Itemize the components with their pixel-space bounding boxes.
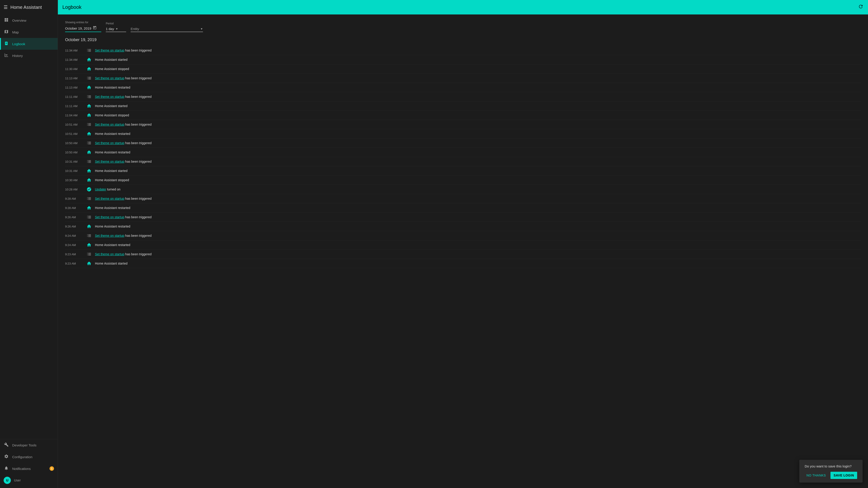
sidebar-item-notifications[interactable]: Notifications 1 [0,463,58,475]
ha-icon [86,112,92,119]
log-entry: 11:11 AMSet theme on startup has been tr… [65,92,861,101]
sidebar-nav: Overview Map Logbook [0,14,58,439]
log-time: 11:13 AM [65,86,83,89]
log-time: 11:30 AM [65,67,83,71]
log-entry: 9:28 AMSet theme on startup has been tri… [65,194,861,203]
log-message: Home Assistant started [95,104,127,108]
ha-icon [86,205,92,211]
app-title: Home Assistant [10,5,42,10]
sidebar: ☰ Home Assistant Overview Map [0,0,58,488]
log-time: 10:31 AM [65,169,83,173]
grid-icon [4,18,9,23]
menu-icon[interactable]: ☰ [4,4,8,10]
refresh-icon[interactable] [858,4,864,11]
ha-icon [86,223,92,230]
log-link[interactable]: Set theme on startup [95,215,124,219]
log-message: Set theme on startup has been triggered [95,234,152,237]
calendar-icon [93,26,97,31]
log-time: 10:51 AM [65,123,83,126]
log-message: Set theme on startup has been triggered [95,252,152,256]
log-entry: 9:26 AMSet theme on startup has been tri… [65,213,861,222]
log-entry: 11:11 AMHome Assistant started [65,101,861,111]
log-message: Set theme on startup has been triggered [95,141,152,145]
log-link[interactable]: Set theme on startup [95,197,124,200]
log-link[interactable]: Updater [95,188,106,191]
automation-icon [86,121,92,128]
log-link[interactable]: Set theme on startup [95,48,124,52]
log-message: Set theme on startup has been triggered [95,95,152,98]
log-list: 11:34 AMSet theme on startup has been tr… [65,46,861,268]
log-link[interactable]: Set theme on startup [95,123,124,126]
gear-icon [4,454,9,460]
save-login-popup: Do you want to save this login? NO THANK… [799,460,863,483]
log-time: 10:50 AM [65,141,83,145]
log-time: 9:28 AM [65,197,83,200]
sidebar-item-label-history: History [12,54,23,58]
automation-icon [86,47,92,54]
ha-icon [86,103,92,109]
log-time: 10:50 AM [65,151,83,154]
log-message: Home Assistant started [95,58,127,61]
automation-icon [86,94,92,100]
log-entry: 9:23 AMHome Assistant started [65,259,861,268]
log-message: Home Assistant restarted [95,151,130,154]
log-time: 9:28 AM [65,206,83,210]
date-heading: October 19, 2019 [65,37,861,42]
log-time: 11:11 AM [65,104,83,108]
sidebar-item-developer-tools[interactable]: Developer Tools [0,439,58,451]
period-value: 1 day [106,27,114,31]
log-entry: 11:13 AMHome Assistant restarted [65,83,861,92]
log-link[interactable]: Set theme on startup [95,160,124,163]
entity-select[interactable]: Entity ▼ [131,26,203,32]
no-thanks-button[interactable]: NO THANKS [805,472,828,479]
ha-icon [86,131,92,137]
log-time: 10:51 AM [65,132,83,135]
ha-icon [86,84,92,91]
automation-icon [86,140,92,146]
log-entry: 9:26 AMHome Assistant restarted [65,222,861,231]
log-link[interactable]: Set theme on startup [95,76,124,80]
main-content: Logbook Showing entries for October 19, … [58,0,868,488]
ha-icon [86,66,92,72]
log-message: Home Assistant restarted [95,243,130,247]
log-link[interactable]: Set theme on startup [95,252,124,256]
date-value: October 19, 2019 [65,26,91,30]
date-picker[interactable]: October 19, 2019 [65,25,101,32]
period-select[interactable]: 1 day ▼ [106,26,126,32]
log-time: 9:26 AM [65,225,83,228]
ha-icon [86,242,92,248]
log-link[interactable]: Set theme on startup [95,141,124,145]
sidebar-item-overview[interactable]: Overview [0,14,58,26]
entity-dropdown-icon: ▼ [200,27,203,31]
log-time: 9:24 AM [65,234,83,237]
sidebar-item-configuration[interactable]: Configuration [0,451,58,463]
sidebar-item-history[interactable]: History [0,50,58,61]
notification-badge: 1 [50,466,54,471]
sidebar-item-user[interactable]: U User [0,475,58,486]
sidebar-item-label-user: User [14,479,21,482]
save-login-button[interactable]: SAVE LOGIN [831,472,857,479]
sidebar-item-logbook[interactable]: Logbook [0,38,58,50]
log-message: Set theme on startup has been triggered [95,215,152,219]
sidebar-bottom: Developer Tools Configuration Notificati… [0,439,58,488]
log-message: Home Assistant started [95,169,127,173]
log-message: Home Assistant restarted [95,206,130,210]
sidebar-item-map[interactable]: Map [0,26,58,38]
log-entry: 10:31 AMHome Assistant started [65,166,861,175]
filter-bar: Showing entries for October 19, 2019 Per… [65,21,861,32]
log-entry: 11:34 AMSet theme on startup has been tr… [65,46,861,55]
log-entry: 10:51 AMHome Assistant restarted [65,129,861,138]
sidebar-header: ☰ Home Assistant [0,0,58,14]
wrench-icon [4,442,9,448]
log-entry: 9:24 AMSet theme on startup has been tri… [65,231,861,240]
log-link[interactable]: Set theme on startup [95,234,124,237]
log-entry: 10:51 AMSet theme on startup has been tr… [65,120,861,129]
log-time: 10:30 AM [65,178,83,182]
automation-icon [86,195,92,202]
avatar: U [4,477,11,484]
log-link[interactable]: Set theme on startup [95,95,124,98]
log-time: 11:04 AM [65,113,83,117]
filter-date-group: Showing entries for October 19, 2019 [65,21,101,32]
ha-icon [86,177,92,183]
entity-placeholder: Entity [131,27,199,31]
